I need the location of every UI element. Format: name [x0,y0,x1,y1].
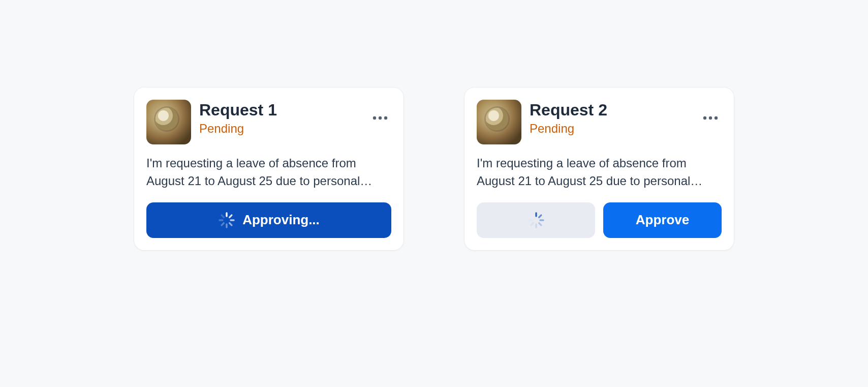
request-thumbnail [477,100,521,144]
title-block: Request 2 Pending [530,100,691,136]
request-thumbnail [146,100,191,144]
svg-point-11 [703,116,706,120]
loading-secondary-button[interactable] [477,202,595,238]
request-title: Request 1 [199,101,361,120]
svg-point-1 [379,116,382,120]
svg-line-10 [222,215,224,217]
more-horizontal-icon [703,116,718,120]
cards-container: Request 1 Pending I'm requesting a leave… [0,0,868,387]
request-status: Pending [530,122,691,136]
svg-point-2 [384,116,387,120]
svg-line-6 [230,223,232,225]
svg-point-0 [373,116,376,120]
card-actions: Approve [477,202,722,238]
svg-line-19 [531,223,533,225]
spinner-icon [218,212,235,229]
card-actions: Approving... [146,202,391,238]
more-options-button[interactable] [699,107,722,129]
request-card: Request 1 Pending I'm requesting a leave… [134,87,404,250]
approve-button[interactable]: Approve [603,202,722,238]
title-block: Request 1 Pending [199,100,361,136]
card-header: Request 1 Pending [146,100,391,144]
svg-line-15 [539,215,541,217]
svg-line-17 [539,223,541,225]
request-status: Pending [199,122,361,136]
approve-button-label: Approve [636,212,689,228]
request-title: Request 2 [530,101,691,120]
request-body: I'm requesting a leave of absence from A… [146,155,391,190]
request-body: I'm requesting a leave of absence from A… [477,155,722,190]
request-card: Request 2 Pending I'm requesting a leave… [464,87,734,250]
svg-point-12 [709,116,712,120]
more-options-button[interactable] [369,107,391,129]
card-header: Request 2 Pending [477,100,722,144]
spinner-icon [528,212,545,229]
svg-line-21 [531,215,533,217]
svg-point-13 [715,116,718,120]
svg-line-8 [222,223,224,225]
approving-button-label: Approving... [242,212,320,228]
svg-line-4 [230,215,232,217]
approving-button[interactable]: Approving... [146,202,391,238]
more-horizontal-icon [373,116,388,120]
